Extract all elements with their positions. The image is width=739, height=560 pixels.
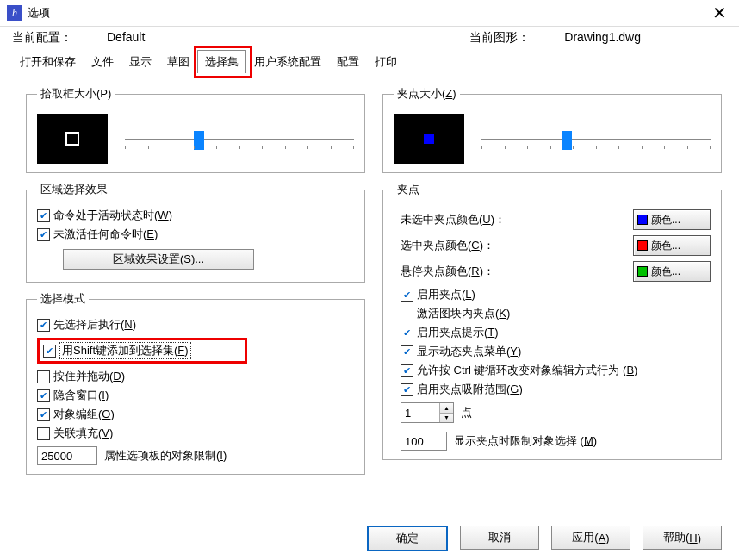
group-selection-effects: 区域选择效果 命令处于活动状态时(W) 未激活任何命令时(E) 区域效果设置(S… — [26, 182, 365, 283]
grip-size-slider[interactable] — [481, 130, 711, 147]
spin-up-icon[interactable]: ▲ — [439, 403, 453, 414]
pickbox-legend: 拾取框大小(P) — [37, 86, 115, 102]
group-grips: 夹点 未选中夹点颜色(U)： 颜色... 选中夹点颜色(C)： 颜色... 悬停… — [382, 182, 722, 460]
chk-block-grips[interactable] — [401, 308, 413, 320]
selection-mode-legend: 选择模式 — [37, 291, 89, 307]
close-button[interactable]: ✕ — [706, 0, 732, 26]
chk-object-group[interactable] — [37, 408, 50, 421]
tab-profiles[interactable]: 配置 — [329, 50, 367, 73]
color-swatch-icon — [637, 266, 648, 277]
ok-button[interactable]: 确定 — [367, 526, 448, 551]
chk-press-drag[interactable] — [37, 370, 50, 383]
tab-display[interactable]: 显示 — [121, 50, 159, 73]
chk-shift-add[interactable] — [43, 345, 56, 358]
pickbox-slider[interactable] — [125, 130, 354, 147]
highlight-marker-shift: 用Shift键添加到选择集(F) — [37, 338, 247, 364]
chk-dynamic-grip-menu[interactable] — [401, 345, 413, 358]
color-button-text: 颜色... — [651, 213, 706, 227]
chk-active-cmd-label: 命令处于活动状态时(W) — [53, 208, 172, 223]
tab-plot[interactable]: 打印 — [367, 50, 405, 73]
chk-grip-snap-range[interactable] — [401, 383, 413, 396]
chk-noun-verb[interactable] — [37, 319, 50, 332]
cancel-button[interactable]: 取消 — [460, 526, 539, 550]
current-profile-label: 当前配置： — [12, 30, 72, 46]
hover-grip-color-button[interactable]: 颜色... — [633, 261, 711, 282]
tab-strip: 打开和保存 文件 显示 草图 选择集 用户系统配置 配置 打印 — [0, 49, 739, 72]
selected-grip-color-button[interactable]: 颜色... — [633, 235, 711, 256]
grip-limit-input[interactable] — [401, 432, 447, 451]
chk-dynamic-grip-menu-label: 显示动态夹点菜单(Y) — [417, 344, 521, 359]
spin-down-icon[interactable]: ▼ — [439, 414, 453, 423]
chk-active-cmd[interactable] — [37, 209, 50, 222]
chk-grip-tips[interactable] — [401, 327, 413, 339]
selection-effects-legend: 区域选择效果 — [37, 182, 111, 197]
area-effect-settings-button[interactable]: 区域效果设置(S)... — [63, 249, 254, 270]
window-title: 选项 — [28, 5, 706, 21]
chk-grip-tips-label: 启用夹点提示(T) — [417, 325, 499, 340]
group-grip-size: 夹点大小(Z) — [382, 86, 722, 173]
prop-palette-limit-label: 属性选项板的对象限制(I) — [104, 448, 227, 464]
chk-implied-window[interactable] — [37, 389, 50, 402]
current-drawing-label: 当前图形： — [469, 30, 530, 46]
grip-snap-input[interactable] — [401, 403, 439, 422]
tab-files[interactable]: 文件 — [84, 50, 121, 73]
pickbox-shape — [65, 132, 79, 146]
selected-grip-color-label: 选中夹点颜色(C)： — [401, 238, 633, 253]
chk-enable-grips-label: 启用夹点(L) — [417, 287, 475, 302]
dialog-footer: 确定 取消 应用(A) 帮助(H) — [367, 526, 722, 551]
grip-snap-unit-label: 点 — [461, 405, 472, 420]
current-drawing-value: Drawing1.dwg — [564, 30, 641, 46]
current-profile-value: Default — [107, 30, 145, 46]
group-selection-mode: 选择模式 先选择后执行(N) 用Shift键添加到选择集(F) 按住并拖动(D)… — [26, 291, 365, 475]
chk-grip-snap-range-label: 启用夹点吸附范围(G) — [417, 382, 523, 397]
chk-assoc-hatch-label: 关联填充(V) — [53, 426, 113, 441]
tab-open-save[interactable]: 打开和保存 — [12, 50, 84, 73]
tab-sketch[interactable]: 草图 — [159, 50, 197, 73]
group-pickbox-size: 拾取框大小(P) — [26, 86, 365, 173]
app-icon: h — [7, 5, 22, 21]
chk-ctrl-cycle[interactable] — [401, 364, 413, 377]
chk-block-grips-label: 激活图块内夹点(K) — [417, 306, 510, 321]
info-line: 当前配置： Default 当前图形： Drawing1.dwg — [0, 27, 739, 49]
grip-snap-spinbox[interactable]: ▲ ▼ — [401, 402, 454, 423]
chk-ctrl-cycle-label: 允许按 Ctrl 键循环改变对象编辑方式行为 (B) — [417, 363, 637, 378]
chk-object-group-label: 对象编组(O) — [53, 407, 115, 422]
apply-button[interactable]: 应用(A) — [551, 526, 630, 550]
grips-legend: 夹点 — [394, 182, 423, 197]
tab-user-pref[interactable]: 用户系统配置 — [246, 50, 329, 73]
chk-enable-grips[interactable] — [401, 289, 413, 302]
chk-noun-verb-label: 先选择后执行(N) — [53, 317, 136, 333]
unselected-grip-color-button[interactable]: 颜色... — [633, 209, 711, 230]
chk-implied-window-label: 隐含窗口(I) — [53, 388, 109, 403]
title-bar: h 选项 ✕ — [0, 0, 739, 27]
chk-no-cmd[interactable] — [37, 228, 50, 241]
help-button[interactable]: 帮助(H) — [643, 526, 722, 550]
hover-grip-color-label: 悬停夹点颜色(R)： — [401, 264, 633, 279]
chk-press-drag-label: 按住并拖动(D) — [53, 369, 125, 384]
tab-selection[interactable]: 选择集 — [197, 50, 246, 73]
grip-limit-label: 显示夹点时限制对象选择 (M) — [454, 433, 597, 449]
chk-assoc-hatch[interactable] — [37, 427, 50, 440]
unselected-grip-color-label: 未选中夹点颜色(U)： — [401, 212, 633, 227]
chk-no-cmd-label: 未激活任何命令时(E) — [53, 227, 158, 242]
grip-size-legend: 夹点大小(Z) — [394, 86, 460, 102]
color-swatch-icon — [637, 240, 648, 251]
chk-shift-add-label: 用Shift键添加到选择集(F) — [59, 342, 191, 359]
pickbox-preview — [37, 114, 108, 164]
grip-preview — [394, 114, 464, 164]
prop-palette-limit-input[interactable] — [37, 446, 97, 465]
color-swatch-icon — [637, 215, 648, 225]
grip-shape — [424, 134, 434, 144]
